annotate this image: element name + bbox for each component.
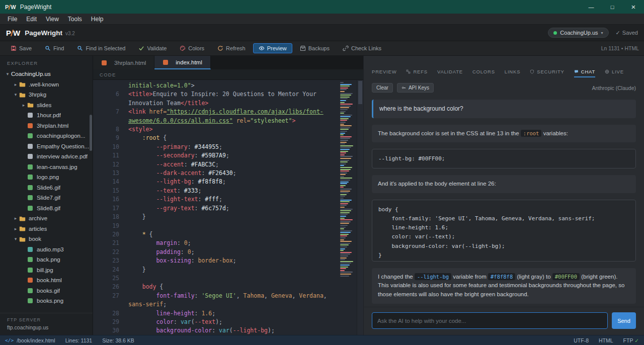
menu-view[interactable]: View: [41, 15, 63, 24]
toolbar-refresh-button[interactable]: Refresh: [212, 43, 251, 53]
clear-button[interactable]: Clear: [372, 83, 393, 93]
code-lines[interactable]: initial-scale=1.0">6<title>Enquire to In…: [93, 81, 338, 335]
file-logo-png[interactable]: logo.png: [0, 172, 93, 183]
minimap-line: [340, 172, 347, 174]
editor-scrollbar[interactable]: [357, 80, 363, 335]
folder-3hrpkg[interactable]: ▾3hrpkg: [0, 90, 93, 100]
ftp-host[interactable]: ftp.coachingup.us: [7, 324, 86, 330]
file-bill-jpg[interactable]: bill.jpg: [0, 265, 93, 276]
line-number: 29: [93, 318, 128, 326]
toolbar-save-button[interactable]: Save: [5, 43, 37, 53]
toolbar-find-button[interactable]: Find: [39, 43, 69, 53]
panel-tab-links[interactable]: LINKS: [505, 69, 520, 77]
toolbar-colors-button[interactable]: Colors: [174, 43, 210, 53]
code-panel-heading: CODE: [93, 69, 363, 80]
file-slide6-gif[interactable]: Slide6.gif: [0, 183, 93, 193]
file-1hour-pdf[interactable]: 1hour.pdf: [0, 110, 93, 121]
editor-tabbar: 3hrplan.htmlindex.html: [93, 56, 363, 69]
code-editor[interactable]: initial-scale=1.0">6<title>Enquire to In…: [93, 80, 363, 335]
api-keys-label: API Keys: [409, 85, 429, 91]
minimap-line: [340, 154, 345, 155]
tab-label: index.html: [176, 59, 202, 65]
panel-tab-validate[interactable]: VALIDATE: [437, 69, 463, 77]
ai-message-paragraph: And it's applied to the body element at …: [372, 175, 636, 193]
toolbar-preview-button[interactable]: Preview: [253, 43, 292, 53]
ai-message-paragraph: The background color is set in the CSS a…: [372, 125, 636, 143]
toolbar-check-links-button[interactable]: Check Links: [337, 43, 387, 53]
menu-help[interactable]: Help: [87, 15, 108, 24]
toolbar-backups-button[interactable]: Backups: [294, 43, 335, 53]
site-selector[interactable]: CoachingUp.us ▾: [548, 28, 608, 38]
chat-input[interactable]: [372, 312, 608, 329]
html-file-icon: [102, 60, 107, 65]
code-line: 21 margin: 0;: [93, 239, 338, 247]
toolbar-button-label: Refresh: [226, 45, 246, 51]
panel-tab-chat[interactable]: CHAT: [574, 69, 595, 77]
link-icon: [343, 45, 349, 51]
minimap[interactable]: [340, 82, 355, 277]
minimap-line: [340, 212, 350, 213]
shield-icon: [530, 69, 534, 74]
minimap-line: [340, 134, 344, 135]
maximize-button[interactable]: □: [602, 0, 623, 14]
toolbar-validate-button[interactable]: Validate: [133, 43, 172, 53]
ftp-indicator[interactable]: FTP ✓: [623, 337, 639, 343]
file-audio-mp3[interactable]: audio.mp3: [0, 244, 93, 255]
minimize-button[interactable]: —: [581, 0, 602, 14]
app-version: v3.2: [65, 31, 75, 36]
toolbar-find-in-selected-button[interactable]: Find in Selected: [71, 43, 131, 53]
img-file-icon: [28, 164, 33, 169]
file-interview-advice-pdf[interactable]: interview advice.pdf: [0, 151, 93, 162]
menu-edit[interactable]: Edit: [22, 15, 41, 24]
file-back-png[interactable]: back.png: [0, 254, 93, 265]
menu-tools[interactable]: Tools: [63, 15, 87, 24]
file-slide8-gif[interactable]: Slide8.gif: [0, 203, 93, 214]
minimap-line: [340, 152, 346, 153]
api-keys-button[interactable]: API Keys: [397, 83, 434, 93]
tab-3hrplan-html[interactable]: 3hrplan.html: [93, 56, 154, 69]
tab-index-html[interactable]: index.html: [154, 56, 210, 69]
file-empathy-question[interactable]: Empathy Question...: [0, 141, 93, 152]
line-number: 26: [93, 283, 128, 291]
file-lean-canvas-jpg[interactable]: lean-canvas.jpg: [0, 162, 93, 172]
folder-articles[interactable]: ▸articles: [0, 224, 93, 234]
panel-tab-preview[interactable]: PREVIEW: [372, 69, 396, 77]
minimap-line: [340, 145, 353, 146]
check-icon: ✓: [616, 30, 620, 36]
folder-slides[interactable]: ▸slides: [0, 100, 93, 111]
file-books-gif[interactable]: books.gif: [0, 286, 93, 296]
file-book-html[interactable]: book.html: [0, 275, 93, 286]
file-books-png[interactable]: books.png: [0, 296, 93, 306]
folder-book[interactable]: ▾book: [0, 234, 93, 244]
minimap-line: [340, 158, 351, 159]
sidebar-scrollbar[interactable]: [90, 115, 92, 151]
code-text: --light-bg: #f8f8f8;: [128, 178, 338, 186]
folder-archive[interactable]: ▸archive: [0, 213, 93, 224]
send-button[interactable]: Send: [612, 312, 636, 329]
chat-messages[interactable]: where is the background color?The backgr…: [364, 93, 644, 307]
panel-tab-refs[interactable]: REFS: [406, 69, 428, 77]
tree-item-label: archive: [29, 215, 47, 221]
language-indicator[interactable]: HTML: [599, 337, 613, 343]
tree-item-label: back.png: [37, 256, 60, 263]
scrollbar-thumb[interactable]: [358, 81, 362, 104]
file-3hrplan-html[interactable]: 3hrplan.html: [0, 121, 93, 131]
folder-coachingup-us[interactable]: ▾CoachingUp.us: [0, 69, 93, 79]
bubble-icon: [574, 69, 579, 74]
file-coachinguplogon[interactable]: coachinguplogon...: [0, 131, 93, 141]
line-number: 27: [93, 292, 128, 300]
html-file-icon: [163, 60, 168, 65]
file-slide7-gif[interactable]: Slide7.gif: [0, 193, 93, 203]
panel-tab-colors[interactable]: COLORS: [472, 69, 495, 77]
folder-well-known[interactable]: ▸.well-known: [0, 79, 93, 90]
saved-label: Saved: [622, 30, 638, 36]
minimap-line: [340, 97, 350, 98]
encoding-indicator[interactable]: UTF-8: [574, 337, 589, 343]
panel-tab-live[interactable]: LIVE: [605, 69, 624, 77]
save-icon: [11, 45, 17, 51]
panel-tab-label: LINKS: [505, 69, 520, 74]
minimap-line: [340, 201, 350, 202]
menu-file[interactable]: File: [3, 15, 22, 24]
panel-tab-security[interactable]: SECURITY: [530, 69, 564, 77]
close-button[interactable]: ×: [623, 0, 644, 14]
